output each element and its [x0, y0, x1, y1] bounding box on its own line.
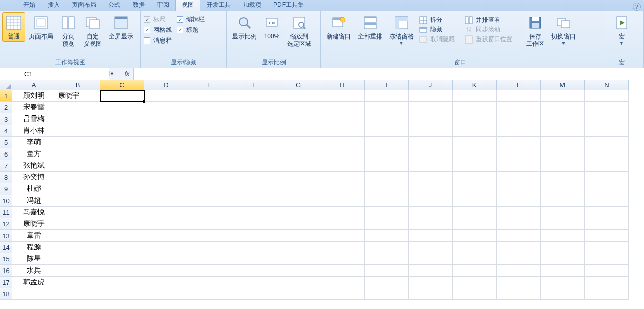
cell-E1[interactable]	[188, 90, 232, 102]
cell-J16[interactable]	[409, 265, 453, 277]
cell-D3[interactable]	[144, 113, 188, 125]
cell-I13[interactable]	[365, 230, 409, 242]
cell-N8[interactable]	[585, 172, 629, 183]
cell-D7[interactable]	[144, 160, 188, 172]
cell-A6[interactable]: 董方	[12, 148, 56, 160]
cell-N2[interactable]	[585, 102, 629, 113]
cell-L3[interactable]	[497, 113, 541, 125]
cell-E3[interactable]	[188, 113, 232, 125]
cell-H14[interactable]	[320, 242, 365, 253]
row-header-18[interactable]: 18	[0, 288, 12, 300]
cell-J10[interactable]	[409, 195, 453, 207]
cell-K17[interactable]	[453, 277, 497, 288]
cells-area[interactable]: 顾刘明康晓宇宋春雷吕雪梅肖小林李萌董方张艳斌孙奕博杜娜冯超马嘉悦康晓宇章雷程源陈…	[12, 90, 629, 300]
cell-D9[interactable]	[144, 183, 188, 195]
cell-F6[interactable]	[232, 148, 276, 160]
cell-G3[interactable]	[276, 113, 320, 125]
cell-A1[interactable]: 顾刘明	[12, 90, 56, 102]
cell-D4[interactable]	[144, 125, 188, 137]
cell-C18[interactable]	[100, 288, 144, 300]
cell-F11[interactable]	[232, 207, 276, 218]
split-button[interactable]: 拆分	[417, 15, 463, 25]
cell-H6[interactable]	[320, 148, 365, 160]
cell-B8[interactable]	[56, 172, 100, 183]
cell-A15[interactable]: 陈星	[12, 253, 56, 265]
cell-I5[interactable]	[365, 137, 409, 148]
cell-G17[interactable]	[276, 277, 320, 288]
cell-N14[interactable]	[585, 242, 629, 253]
cell-A4[interactable]: 肖小林	[12, 125, 56, 137]
cell-K15[interactable]	[453, 253, 497, 265]
cell-M4[interactable]	[541, 125, 585, 137]
zoom-100-button[interactable]: 100 100%	[260, 12, 284, 42]
headings-checkbox[interactable]: 标题	[176, 25, 209, 35]
cell-D16[interactable]	[144, 265, 188, 277]
cell-J18[interactable]	[409, 288, 453, 300]
cell-H3[interactable]	[320, 113, 365, 125]
cell-E2[interactable]	[188, 102, 232, 113]
column-header-J[interactable]: J	[409, 80, 453, 90]
cell-D2[interactable]	[144, 102, 188, 113]
cell-I7[interactable]	[365, 160, 409, 172]
cell-D8[interactable]	[144, 172, 188, 183]
cell-A10[interactable]: 冯超	[12, 195, 56, 207]
view-page-break-button[interactable]: 分页 预览	[57, 12, 80, 49]
cell-D18[interactable]	[144, 288, 188, 300]
cell-G6[interactable]	[276, 148, 320, 160]
cell-C10[interactable]	[100, 195, 144, 207]
cell-K6[interactable]	[453, 148, 497, 160]
cell-I17[interactable]	[365, 277, 409, 288]
cell-L8[interactable]	[497, 172, 541, 183]
zoom-to-selection-button[interactable]: 缩放到 选定区域	[284, 12, 315, 49]
cell-N15[interactable]	[585, 253, 629, 265]
row-header-1[interactable]: 1	[0, 90, 12, 102]
cell-B1[interactable]: 康晓宇	[56, 90, 100, 102]
cell-L9[interactable]	[497, 183, 541, 195]
cell-E5[interactable]	[188, 137, 232, 148]
zoom-button[interactable]: 显示比例	[229, 12, 260, 42]
cell-L13[interactable]	[497, 230, 541, 242]
cell-M9[interactable]	[541, 183, 585, 195]
cell-A14[interactable]: 程源	[12, 242, 56, 253]
cell-N3[interactable]	[585, 113, 629, 125]
cell-N17[interactable]	[585, 277, 629, 288]
cell-L10[interactable]	[497, 195, 541, 207]
cell-L14[interactable]	[497, 242, 541, 253]
tab-addins[interactable]: 加载项	[237, 0, 267, 11]
cell-H10[interactable]	[320, 195, 365, 207]
save-workspace-button[interactable]: 保存 工作区	[522, 12, 548, 49]
cell-L12[interactable]	[497, 218, 541, 230]
tab-dev[interactable]: 开发工具	[200, 0, 237, 11]
cell-M13[interactable]	[541, 230, 585, 242]
cell-D11[interactable]	[144, 207, 188, 218]
cell-H18[interactable]	[320, 288, 365, 300]
cell-G4[interactable]	[276, 125, 320, 137]
cell-E12[interactable]	[188, 218, 232, 230]
cell-L17[interactable]	[497, 277, 541, 288]
cell-L15[interactable]	[497, 253, 541, 265]
cell-C4[interactable]	[100, 125, 144, 137]
cell-E18[interactable]	[188, 288, 232, 300]
cell-K8[interactable]	[453, 172, 497, 183]
formula-bar-checkbox[interactable]: 编辑栏	[176, 14, 209, 25]
row-header-9[interactable]: 9	[0, 183, 12, 195]
cell-M11[interactable]	[541, 207, 585, 218]
cell-D17[interactable]	[144, 277, 188, 288]
cell-I4[interactable]	[365, 125, 409, 137]
cell-M14[interactable]	[541, 242, 585, 253]
cell-J17[interactable]	[409, 277, 453, 288]
cell-G14[interactable]	[276, 242, 320, 253]
cell-E15[interactable]	[188, 253, 232, 265]
cell-F14[interactable]	[232, 242, 276, 253]
cell-E17[interactable]	[188, 277, 232, 288]
cell-A11[interactable]: 马嘉悦	[12, 207, 56, 218]
freeze-panes-button[interactable]: 冻结窗格 ▼	[386, 12, 417, 47]
cell-F5[interactable]	[232, 137, 276, 148]
row-header-14[interactable]: 14	[0, 242, 12, 253]
cell-K10[interactable]	[453, 195, 497, 207]
cell-J9[interactable]	[409, 183, 453, 195]
cell-F13[interactable]	[232, 230, 276, 242]
cell-K9[interactable]	[453, 183, 497, 195]
cell-J7[interactable]	[409, 160, 453, 172]
cell-A8[interactable]: 孙奕博	[12, 172, 56, 183]
